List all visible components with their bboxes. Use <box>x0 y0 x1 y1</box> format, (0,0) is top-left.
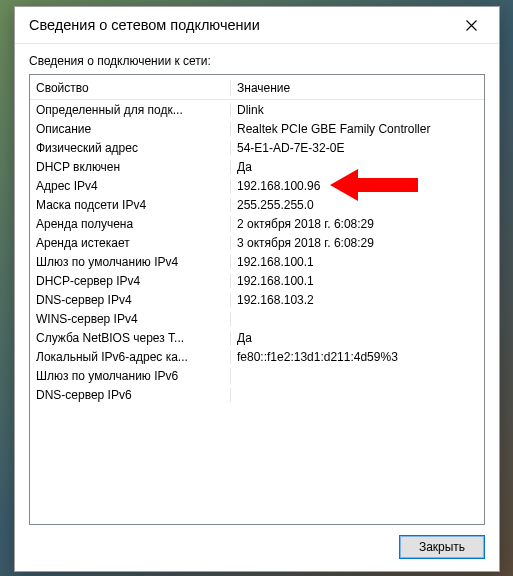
table-row[interactable]: Физический адрес54-E1-AD-7E-32-0E <box>30 138 484 157</box>
titlebar: Сведения о сетевом подключении <box>15 7 499 44</box>
table-row[interactable]: Аренда истекает3 октября 2018 г. 6:08:29 <box>30 233 484 252</box>
property-cell: Шлюз по умолчанию IPv6 <box>30 369 231 383</box>
column-header-value[interactable]: Значение <box>231 81 484 95</box>
value-cell: 192.168.100.1 <box>231 274 484 288</box>
network-details-dialog: Сведения о сетевом подключении Сведения … <box>14 6 500 572</box>
value-cell: fe80::f1e2:13d1:d211:4d59%3 <box>231 350 484 364</box>
value-cell: 54-E1-AD-7E-32-0E <box>231 141 484 155</box>
table-row[interactable]: WINS-сервер IPv4 <box>30 309 484 328</box>
column-header-row: Свойство Значение <box>30 77 484 100</box>
property-cell: Служба NetBIOS через T... <box>30 331 231 345</box>
value-cell: Да <box>231 331 484 345</box>
property-cell: DHCP включен <box>30 160 231 174</box>
details-listbox[interactable]: Свойство Значение Определенный для подк.… <box>29 74 485 525</box>
table-row[interactable]: Шлюз по умолчанию IPv4192.168.100.1 <box>30 252 484 271</box>
property-cell: WINS-сервер IPv4 <box>30 312 231 326</box>
property-cell: Локальный IPv6-адрес ка... <box>30 350 231 364</box>
property-cell: Физический адрес <box>30 141 231 155</box>
property-cell: Шлюз по умолчанию IPv4 <box>30 255 231 269</box>
table-row[interactable]: Аренда получена2 октября 2018 г. 6:08:29 <box>30 214 484 233</box>
table-row[interactable]: Служба NetBIOS через T...Да <box>30 328 484 347</box>
value-cell: 192.168.100.1 <box>231 255 484 269</box>
button-row: Закрыть <box>29 525 485 559</box>
value-cell: 192.168.103.2 <box>231 293 484 307</box>
property-cell: Адрес IPv4 <box>30 179 231 193</box>
table-row[interactable]: Определенный для подк...Dlink <box>30 100 484 119</box>
property-cell: Описание <box>30 122 231 136</box>
property-cell: Аренда получена <box>30 217 231 231</box>
value-cell: 255.255.255.0 <box>231 198 484 212</box>
property-cell: DNS-сервер IPv4 <box>30 293 231 307</box>
value-cell: Realtek PCIe GBE Family Controller <box>231 122 484 136</box>
table-row[interactable]: DNS-сервер IPv6 <box>30 385 484 404</box>
value-cell: Да <box>231 160 484 174</box>
dialog-content: Сведения о подключении к сети: Свойство … <box>15 44 499 571</box>
value-cell: 192.168.100.96 <box>231 179 484 193</box>
close-icon[interactable] <box>451 11 491 39</box>
value-cell: 3 октября 2018 г. 6:08:29 <box>231 236 484 250</box>
table-row[interactable]: Адрес IPv4192.168.100.96 <box>30 176 484 195</box>
property-cell: Маска подсети IPv4 <box>30 198 231 212</box>
table-row[interactable]: DHCP включенДа <box>30 157 484 176</box>
table-row[interactable]: ОписаниеRealtek PCIe GBE Family Controll… <box>30 119 484 138</box>
value-cell: 2 октября 2018 г. 6:08:29 <box>231 217 484 231</box>
table-row[interactable]: DHCP-сервер IPv4192.168.100.1 <box>30 271 484 290</box>
section-label: Сведения о подключении к сети: <box>29 54 485 68</box>
property-cell: DHCP-сервер IPv4 <box>30 274 231 288</box>
property-cell: DNS-сервер IPv6 <box>30 388 231 402</box>
property-cell: Определенный для подк... <box>30 103 231 117</box>
value-cell: Dlink <box>231 103 484 117</box>
table-row[interactable]: Маска подсети IPv4255.255.255.0 <box>30 195 484 214</box>
table-row[interactable]: Локальный IPv6-адрес ка...fe80::f1e2:13d… <box>30 347 484 366</box>
table-row[interactable]: Шлюз по умолчанию IPv6 <box>30 366 484 385</box>
column-header-property[interactable]: Свойство <box>30 81 231 95</box>
close-button[interactable]: Закрыть <box>399 535 485 559</box>
dialog-title: Сведения о сетевом подключении <box>29 17 451 33</box>
property-cell: Аренда истекает <box>30 236 231 250</box>
table-row[interactable]: DNS-сервер IPv4192.168.103.2 <box>30 290 484 309</box>
